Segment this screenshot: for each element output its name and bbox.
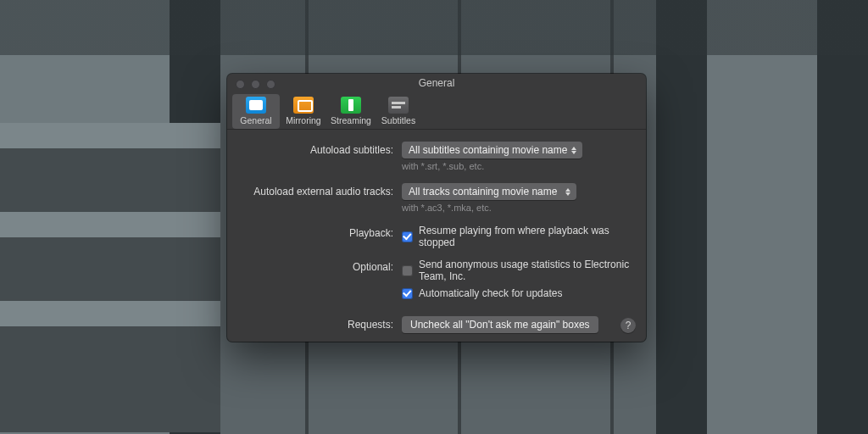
button-label: Uncheck all "Don't ask me again" boxes	[410, 319, 590, 331]
help-icon: ?	[626, 320, 632, 331]
preferences-content: Autoload subtitles: All subtitles contai…	[227, 130, 646, 333]
select-value: All tracks containing movie name	[409, 186, 557, 198]
titlebar[interactable]: General	[227, 74, 646, 91]
checkbox-icon	[402, 231, 413, 242]
checkbox-label: Resume playing from where playback was s…	[419, 225, 631, 248]
tab-subtitles[interactable]: Subtitles	[375, 94, 422, 129]
help-button[interactable]: ?	[620, 318, 636, 333]
preferences-window: General General Mirroring Streaming Subt…	[227, 74, 646, 342]
tab-mirroring[interactable]: Mirroring	[280, 94, 327, 129]
select-autoload-audio[interactable]: All tracks containing movie name	[402, 183, 576, 200]
subtitles-icon	[388, 97, 409, 114]
label-autoload-audio: Autoload external audio tracks:	[242, 183, 402, 198]
tab-label: Subtitles	[381, 115, 415, 125]
checkbox-usage-stats[interactable]: Send anonymous usage statistics to Elect…	[402, 259, 631, 282]
mirroring-icon	[293, 97, 314, 114]
label-autoload-subtitles: Autoload subtitles:	[242, 142, 402, 156]
background-shadow	[0, 0, 868, 55]
tab-streaming[interactable]: Streaming	[327, 94, 375, 129]
updown-icon	[562, 185, 574, 198]
updown-icon	[568, 143, 580, 157]
streaming-icon	[341, 97, 361, 114]
general-icon	[246, 97, 266, 114]
select-autoload-subtitles[interactable]: All subtitles containing movie name	[402, 142, 582, 159]
window-title: General	[227, 77, 646, 89]
tab-label: Mirroring	[286, 115, 320, 125]
checkbox-icon	[402, 288, 413, 299]
checkbox-check-updates[interactable]: Automatically check for updates	[402, 287, 631, 299]
label-playback: Playback:	[242, 225, 402, 239]
label-requests: Requests:	[242, 316, 402, 331]
tab-general[interactable]: General	[232, 94, 280, 129]
checkbox-label: Send anonymous usage statistics to Elect…	[419, 259, 631, 282]
label-optional: Optional:	[242, 259, 402, 273]
hint-autoload-subtitles: with *.srt, *.sub, etc.	[402, 161, 631, 171]
select-value: All subtitles containing movie name	[409, 144, 567, 156]
tab-label: General	[240, 115, 271, 125]
checkbox-label: Automatically check for updates	[419, 287, 562, 299]
checkbox-icon	[402, 265, 413, 276]
uncheck-requests-button[interactable]: Uncheck all "Don't ask me again" boxes	[402, 316, 598, 333]
checkbox-resume-playback[interactable]: Resume playing from where playback was s…	[402, 225, 631, 248]
preferences-toolbar: General Mirroring Streaming Subtitles	[227, 91, 646, 130]
hint-autoload-audio: with *.ac3, *.mka, etc.	[402, 203, 631, 213]
tab-label: Streaming	[331, 115, 371, 125]
